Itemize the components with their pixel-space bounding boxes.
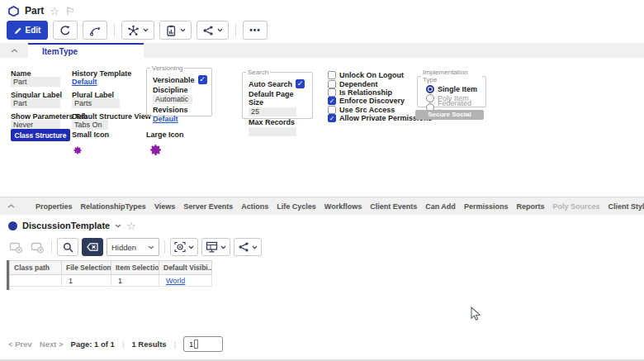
ellipsis-icon: ••• — [249, 26, 261, 35]
checkbox-label-unlock-on-logout: Unlock On Logout — [339, 71, 404, 79]
more-actions-button[interactable]: ••• — [243, 21, 268, 40]
grid-row[interactable]: 11World — [10, 275, 212, 287]
tab-itemtype[interactable]: ItemType — [28, 43, 144, 58]
versioning-fieldset: Versioning Versionable ✓ Discipline Auto… — [146, 64, 212, 116]
tab-server-events[interactable]: Server Events — [179, 197, 237, 215]
edit-button[interactable]: Edit — [7, 21, 48, 40]
implementation-type-fieldset: Implementation Type Single ItemPoly Item… — [417, 69, 486, 107]
tab-life-cycles[interactable]: Life Cycles — [272, 197, 320, 215]
structure-menu-button[interactable] — [121, 21, 154, 40]
toolbar-separator — [164, 240, 165, 254]
grid-toolbar: Hidden — [0, 236, 644, 258]
name-field[interactable]: Part — [11, 77, 60, 87]
max-records-field[interactable] — [249, 127, 296, 136]
collapse-relationships-button[interactable] — [0, 197, 21, 215]
grid-cell — [10, 275, 62, 287]
share-icon — [202, 25, 214, 36]
share-menu-button[interactable] — [197, 21, 229, 40]
tab-permissions[interactable]: Permissions — [460, 197, 513, 215]
reports-menu-button[interactable] — [159, 21, 192, 40]
checkbox-unlock-on-logout[interactable] — [328, 71, 336, 79]
clear-search-button[interactable] — [82, 238, 103, 256]
tab-workflows[interactable]: Workflows — [320, 197, 366, 215]
checkbox-dependent[interactable] — [328, 80, 336, 88]
checkbox-allow-private-permissions[interactable]: ✓ — [328, 114, 336, 122]
prev-page-button[interactable]: < Prev — [8, 340, 32, 349]
small-gear-icon[interactable] — [73, 145, 83, 155]
pagination-separator: | — [122, 340, 124, 349]
checkbox-is-relationship[interactable] — [328, 88, 336, 97]
checkbox-enforce-discovery[interactable]: ✓ — [328, 97, 336, 105]
tab-relationshiptypes[interactable]: RelationshipTypes — [77, 197, 150, 215]
checkbox-label-is-relationship: Is Relationship — [339, 88, 392, 97]
toolbar-separator — [235, 24, 236, 37]
checkbox-label-enforce-discovery: Enforce Discovery — [339, 97, 405, 105]
search-rows-button[interactable] — [57, 238, 78, 256]
delete-row-icon — [28, 239, 46, 255]
radio-label-single-item: Single Item — [438, 85, 477, 93]
hidden-filter-select[interactable]: Hidden — [107, 238, 159, 256]
small-icon-label: Small Icon — [72, 131, 109, 139]
tab-client-style[interactable]: Client Style — [604, 197, 644, 215]
grid-column-class-path[interactable]: Class path — [10, 261, 62, 275]
tab-can-add[interactable]: Can Add — [421, 197, 460, 215]
secure-social-pane: DiscussionTemplate ☆ — [0, 215, 644, 359]
grid-column-item-selectio[interactable]: Item Selectio... — [111, 261, 159, 275]
target-icon — [174, 241, 186, 253]
large-gear-icon[interactable] — [149, 143, 163, 157]
default-page-size-field[interactable]: 25 — [249, 107, 296, 116]
page-number-input[interactable]: 1 — [183, 336, 223, 352]
focus-menu-button[interactable] — [170, 238, 198, 256]
next-page-button[interactable]: Next > — [40, 340, 64, 349]
chevron-down-icon — [217, 28, 223, 32]
share-grid-menu-button[interactable] — [234, 238, 262, 256]
backspace-icon — [87, 243, 98, 251]
plural-label-field[interactable]: Parts — [72, 98, 120, 108]
singular-label-field[interactable]: Part — [11, 98, 60, 108]
view-layout-menu-button[interactable] — [201, 238, 230, 256]
chevron-down-icon — [180, 28, 186, 32]
tab-views[interactable]: Views — [150, 197, 179, 215]
favorite-star-icon[interactable]: ☆ — [50, 6, 59, 17]
page-number-value: 1 — [189, 340, 193, 349]
toolbar-separator — [114, 24, 115, 37]
tab-client-events[interactable]: Client Events — [366, 197, 421, 215]
grid-column-file-selection[interactable]: File Selection... — [62, 261, 111, 275]
refresh-button[interactable] — [53, 21, 78, 40]
results-count: 1 Results — [131, 340, 166, 349]
chevron-down-icon[interactable] — [115, 224, 121, 228]
add-row-icon — [7, 239, 25, 255]
checkbox-label-use-src-access: Use Src Access — [339, 106, 395, 114]
page-info: Page: 1 of 1 — [71, 340, 115, 349]
revisions-link[interactable]: Default — [153, 115, 208, 123]
secure-social-enabled-button[interactable]: Secure Social Enabled — [415, 110, 484, 120]
implementation-type-legend: Implementation Type — [421, 69, 482, 83]
grid-header: Class pathFile Selection...Item Selectio… — [10, 261, 212, 275]
auto-search-label: Auto Search — [249, 80, 292, 88]
default-structure-view-field[interactable]: Tabs On — [72, 120, 108, 130]
text-cursor — [194, 340, 198, 349]
favorite-star-icon[interactable]: ☆ — [126, 221, 136, 231]
grid-column-default-visibi[interactable]: Default Visibi... — [159, 261, 212, 275]
tab-actions[interactable]: Actions — [237, 197, 272, 215]
flag-icon[interactable]: ⚐ — [65, 6, 75, 17]
discipline-field[interactable]: Automatic — [153, 95, 192, 104]
default-visibility-link[interactable]: World — [166, 277, 185, 285]
grid-cell: 1 — [62, 275, 111, 287]
versionable-checkbox[interactable]: ✓ — [198, 75, 207, 84]
auto-search-checkbox[interactable]: ✓ — [296, 79, 305, 88]
redo-arrow-button[interactable] — [83, 21, 107, 40]
history-template-link[interactable]: Default — [72, 78, 97, 86]
revisions-label: Revisions — [153, 106, 208, 114]
chevron-down-icon — [148, 245, 154, 249]
radio-single-item[interactable] — [426, 85, 434, 93]
monitor-grid-icon — [206, 241, 218, 253]
radio-poly-item — [426, 94, 434, 102]
tab-properties[interactable]: Properties — [31, 197, 77, 215]
tab-reports[interactable]: Reports — [512, 197, 548, 215]
hidden-filter-value: Hidden — [111, 243, 136, 252]
checkbox-use-src-access[interactable] — [328, 106, 336, 114]
radio-row-single-item[interactable]: Single Item — [426, 84, 482, 93]
class-structure-button[interactable]: Class Structure — [11, 129, 70, 141]
collapse-form-button[interactable] — [0, 43, 28, 58]
